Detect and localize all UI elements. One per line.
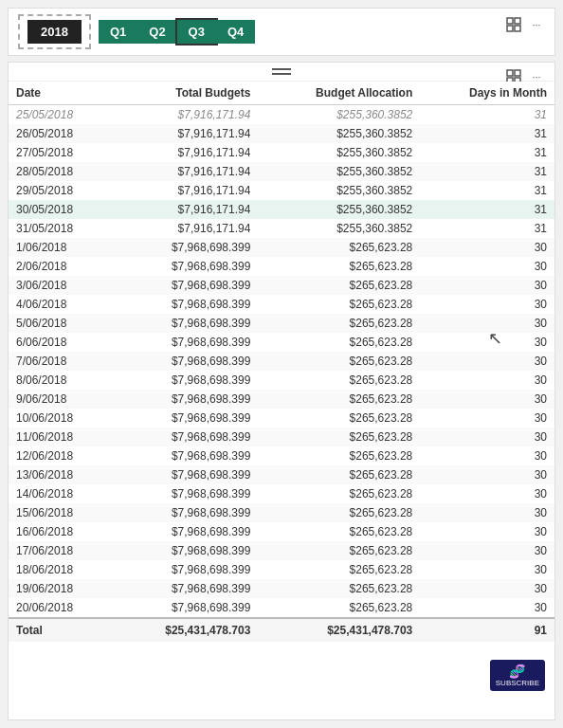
main-container: 2018 Q1Q2Q3Q4 ··· <box>0 0 563 728</box>
table-row: 25/05/2018$7,916,171.94$255,360.385231 <box>9 105 554 125</box>
table-row: 28/05/2018$7,916,171.94$255,360.385231 <box>9 162 554 181</box>
col-header-days-in-month: Days in Month <box>420 82 554 105</box>
table-row: 14/06/2018$7,968,698.399$265,623.2830 <box>9 484 554 503</box>
subscribe-label: SUBSCRIBE <box>496 679 539 687</box>
table-row: 31/05/2018$7,916,171.94$255,360.385231 <box>9 219 554 238</box>
svg-rect-3 <box>515 26 520 31</box>
quarter-group: Q1Q2Q3Q4 <box>99 20 255 44</box>
table-row: 11/06/2018$7,968,698.399$265,623.2830 <box>9 428 554 446</box>
footer-days: 91 <box>420 618 554 642</box>
subscribe-badge[interactable]: 🧬 SUBSCRIBE <box>490 660 545 691</box>
footer-total-budgets: $25,431,478.703 <box>113 618 258 642</box>
table-row: 16/06/2018$7,968,698.399$265,623.2830 <box>9 522 554 541</box>
table-row: 3/06/2018$7,968,698.399$265,623.2830 <box>9 276 554 295</box>
table-row: 10/06/2018$7,968,698.399$265,623.2830 <box>9 409 554 428</box>
table-row: 18/06/2018$7,968,698.399$265,623.2830 <box>9 560 554 579</box>
top-panel: 2018 Q1Q2Q3Q4 ··· <box>8 8 555 56</box>
table-row: 17/06/2018$7,968,698.399$265,623.2830 <box>9 541 554 560</box>
table-row: 6/06/2018$7,968,698.399$265,623.2830 <box>9 333 554 352</box>
data-table: Date Total Budgets Budget Allocation Day… <box>9 82 554 642</box>
year-button[interactable]: 2018 <box>27 20 82 44</box>
table-row: 9/06/2018$7,968,698.399$265,623.2830 <box>9 390 554 409</box>
col-header-date: Date <box>9 82 113 105</box>
svg-rect-5 <box>515 70 520 76</box>
table-row: 27/05/2018$7,916,171.94$255,360.385231 <box>9 143 554 162</box>
table-row: 26/05/2018$7,916,171.94$255,360.385231 <box>9 124 554 143</box>
subscribe-icon: 🧬 <box>509 664 525 679</box>
quarter-button-q1[interactable]: Q1 <box>99 20 137 44</box>
table-row: 2/06/2018$7,968,698.399$265,623.2830 <box>9 257 554 276</box>
svg-rect-1 <box>515 18 520 24</box>
table-panel: ··· Date Total Budgets Budget Allocation… <box>8 62 555 720</box>
table-row: 29/05/2018$7,916,171.94$255,360.385231 <box>9 181 554 200</box>
table-row: 20/06/2018$7,968,698.399$265,623.2830 <box>9 598 554 618</box>
grid-icon[interactable] <box>505 16 522 33</box>
quarter-button-q4[interactable]: Q4 <box>216 20 255 44</box>
col-header-total-budgets: Total Budgets <box>113 82 258 105</box>
quarter-button-q2[interactable]: Q2 <box>137 20 176 44</box>
drag-handle[interactable] <box>272 68 291 75</box>
table-row: 4/06/2018$7,968,698.399$265,623.2830 <box>9 295 554 314</box>
dashed-border-box: 2018 <box>18 14 91 49</box>
footer-label: Total <box>9 618 113 642</box>
more-options-icon[interactable]: ··· <box>528 16 545 33</box>
table-row: 12/06/2018$7,968,698.399$265,623.2830 <box>9 446 554 465</box>
svg-rect-4 <box>507 70 513 76</box>
table-header-row: Date Total Budgets Budget Allocation Day… <box>9 82 554 105</box>
col-header-budget-allocation: Budget Allocation <box>258 82 420 105</box>
table-row: 13/06/2018$7,968,698.399$265,623.2830 <box>9 465 554 484</box>
table-toolbar: ··· <box>9 63 554 82</box>
table-row: 15/06/2018$7,968,698.399$265,623.2830 <box>9 503 554 522</box>
table-row: 30/05/2018$7,916,171.94$255,360.385231 <box>9 200 554 219</box>
footer-budget-allocation: $25,431,478.703 <box>258 618 420 642</box>
table-row: 7/06/2018$7,968,698.399$265,623.2830 <box>9 352 554 371</box>
svg-rect-0 <box>507 18 513 24</box>
table-row: 1/06/2018$7,968,698.399$265,623.2830 <box>9 238 554 257</box>
table-footer-row: Total $25,431,478.703 $25,431,478.703 91 <box>9 618 554 642</box>
table-row: 5/06/2018$7,968,698.399$265,623.2830 <box>9 314 554 333</box>
table-scroll-area[interactable]: Date Total Budgets Budget Allocation Day… <box>9 82 554 719</box>
top-panel-icons: ··· <box>505 16 545 33</box>
svg-rect-2 <box>507 26 513 31</box>
quarter-button-q3[interactable]: Q3 <box>177 20 216 44</box>
table-row: 19/06/2018$7,968,698.399$265,623.2830 <box>9 579 554 598</box>
table-row: 8/06/2018$7,968,698.399$265,623.2830 <box>9 371 554 390</box>
